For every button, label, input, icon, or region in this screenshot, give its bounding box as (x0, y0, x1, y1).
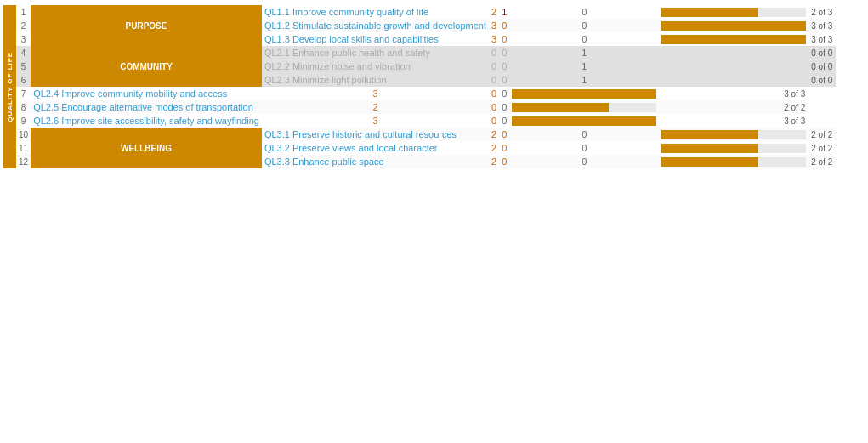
y-value: 2 (489, 5, 499, 19)
na-value: 0 (509, 32, 659, 46)
criteria-label[interactable]: QL3.2 Preserve views and local character (262, 141, 489, 155)
na-value: 0 (499, 114, 509, 128)
n-value: 0 (489, 100, 499, 114)
data-row: QUALITY OF LIFE1PURPOSEQL1.1 Improve com… (3, 5, 836, 19)
criteria-label[interactable]: QL2.4 Improve community mobility and acc… (31, 87, 262, 100)
score-text: 3 of 3 (659, 114, 808, 128)
y-value: 3 (489, 19, 499, 32)
row-number: 7 (16, 87, 31, 100)
score-text: 3 of 3 (808, 19, 836, 32)
score-text: 0 of 0 (808, 60, 836, 73)
score-text: 3 of 3 (808, 32, 836, 46)
n-value: 0 (499, 128, 509, 141)
row-number: 3 (16, 32, 31, 46)
category-cell: PURPOSE (31, 5, 262, 46)
y-value: 2 (489, 141, 499, 155)
criteria-label[interactable]: QL2.6 Improve site accessibility, safety… (31, 114, 262, 128)
data-row: 8QL2.5 Encourage alternative modes of tr… (3, 100, 836, 114)
criteria-label[interactable]: QL2.2 Minimize noise and vibration (262, 60, 489, 73)
data-row: 9QL2.6 Improve site accessibility, safet… (3, 114, 836, 128)
y-value: 3 (489, 32, 499, 46)
score-bar (509, 87, 659, 100)
data-row: 10WELLBEINGQL3.1 Preserve historic and c… (3, 128, 836, 141)
y-value: 2 (489, 128, 499, 141)
score-bar (659, 141, 808, 155)
na-value: 0 (509, 128, 659, 141)
na-value: 1 (509, 46, 659, 60)
n-value: 0 (499, 155, 509, 168)
n-value: 0 (489, 87, 499, 100)
category-cell: WELLBEING (31, 128, 262, 168)
na-value: 1 (509, 60, 659, 73)
criteria-label[interactable]: QL1.2 Stimulate sustainable growth and d… (262, 19, 489, 32)
score-bar (659, 128, 808, 141)
score-bar (659, 32, 808, 46)
y-value: 0 (489, 73, 499, 87)
n-value: 1 (499, 5, 509, 19)
row-number: 9 (16, 114, 31, 128)
y-value: 0 (489, 60, 499, 73)
na-value: 0 (509, 141, 659, 155)
criteria-label[interactable]: QL2.1 Enhance public health and safety (262, 46, 489, 60)
y-value: 3 (262, 87, 489, 100)
y-value: 2 (262, 100, 489, 114)
score-text: 0 of 0 (808, 46, 836, 60)
y-value: 3 (262, 114, 489, 128)
n-value: 0 (499, 32, 509, 46)
criteria-label[interactable]: QL2.3 Minimize light pollution (262, 73, 489, 87)
row-number: 8 (16, 100, 31, 114)
score-bar (659, 73, 808, 87)
y-value: 0 (489, 46, 499, 60)
score-text: 2 of 2 (808, 141, 836, 155)
score-bar (659, 19, 808, 32)
row-number: 1 (16, 5, 31, 19)
row-number: 4 (16, 46, 31, 60)
y-value: 2 (489, 155, 499, 168)
n-value: 0 (499, 141, 509, 155)
n-value: 0 (499, 19, 509, 32)
na-value: 0 (499, 87, 509, 100)
row-number: 5 (16, 60, 31, 73)
score-bar (659, 5, 808, 19)
na-value: 0 (499, 100, 509, 114)
score-bar (659, 155, 808, 168)
na-value: 0 (509, 155, 659, 168)
criteria-label[interactable]: QL1.1 Improve community quality of life (262, 5, 489, 19)
criteria-label[interactable]: QL2.5 Encourage alternative modes of tra… (31, 100, 262, 114)
n-value: 0 (499, 46, 509, 60)
score-text: 2 of 2 (808, 155, 836, 168)
na-value: 1 (509, 73, 659, 87)
score-bar (509, 100, 659, 114)
row-number: 2 (16, 19, 31, 32)
vertical-section-label: QUALITY OF LIFE (3, 5, 16, 168)
row-number: 11 (16, 141, 31, 155)
category-cell: COMMUNITY (31, 46, 262, 87)
score-text: 0 of 0 (808, 73, 836, 87)
na-value: 0 (509, 5, 659, 19)
n-value: 0 (489, 114, 499, 128)
score-bar (659, 60, 808, 73)
score-text: 2 of 2 (808, 128, 836, 141)
na-value: 0 (509, 19, 659, 32)
score-text: 2 of 3 (808, 5, 836, 19)
data-row: 7QL2.4 Improve community mobility and ac… (3, 87, 836, 100)
row-number: 12 (16, 155, 31, 168)
score-text: 3 of 3 (659, 87, 808, 100)
n-value: 0 (499, 60, 509, 73)
n-value: 0 (499, 73, 509, 87)
row-number: 6 (16, 73, 31, 87)
criteria-label[interactable]: QL3.1 Preserve historic and cultural res… (262, 128, 489, 141)
row-number: 10 (16, 128, 31, 141)
data-row: 4COMMUNITYQL2.1 Enhance public health an… (3, 46, 836, 60)
score-bar (509, 114, 659, 128)
score-bar (659, 46, 808, 60)
criteria-label[interactable]: QL3.3 Enhance public space (262, 155, 489, 168)
score-text: 2 of 2 (659, 100, 808, 114)
criteria-label[interactable]: QL1.3 Develop local skills and capabilit… (262, 32, 489, 46)
